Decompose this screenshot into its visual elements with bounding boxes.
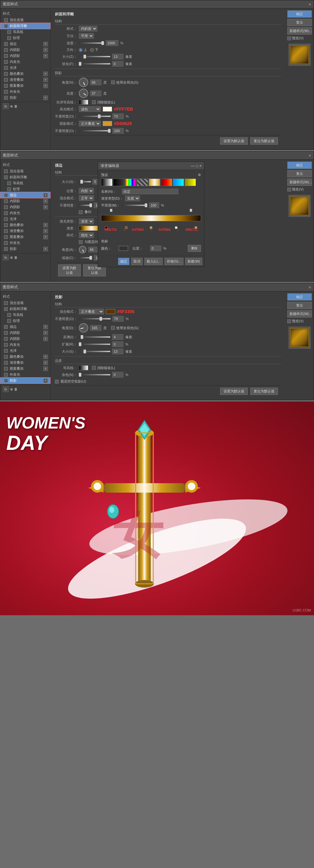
reset-btn3[interactable]: 复位 bbox=[287, 302, 312, 309]
cb-ds-anti-alias[interactable] bbox=[92, 366, 96, 370]
ge-color-swatch[interactable] bbox=[119, 246, 128, 251]
new-style-btn2[interactable]: 新建样式(W)... bbox=[287, 179, 312, 186]
shadow-color-swatch[interactable] bbox=[103, 121, 112, 126]
cb-color-overlay[interactable] bbox=[4, 72, 8, 76]
ge-minimize[interactable]: — bbox=[191, 164, 195, 168]
plus2-stroke[interactable]: + bbox=[43, 193, 48, 197]
sidebar1-bevel[interactable]: 斜面和浮雕 bbox=[0, 23, 50, 29]
dir-down-radio[interactable] bbox=[90, 48, 94, 52]
add-style-btn[interactable]: ⊕ bbox=[10, 104, 13, 108]
preset-transparent2[interactable] bbox=[137, 179, 148, 186]
cb2-pattern-overlay[interactable] bbox=[4, 235, 8, 239]
shadow-mode-select[interactable]: 正片叠底 bbox=[79, 121, 101, 126]
cb3-color-overlay[interactable] bbox=[4, 355, 8, 359]
sidebar3-sheen[interactable]: 光泽 bbox=[0, 348, 50, 354]
stroke-size-slider[interactable] bbox=[79, 181, 91, 182]
ge-cancel-btn[interactable]: 取消 bbox=[131, 258, 143, 265]
ds-angle-dial[interactable] bbox=[79, 323, 88, 333]
cb-stroke[interactable] bbox=[4, 42, 8, 46]
sidebar2-texture[interactable]: 纹理 bbox=[0, 186, 50, 192]
sidebar2-pattern-overlay[interactable]: 图案叠加 + bbox=[0, 234, 50, 240]
ds-noise-slider[interactable] bbox=[79, 374, 110, 375]
preset-blue[interactable] bbox=[173, 179, 184, 186]
preview-cb2[interactable] bbox=[287, 188, 291, 191]
plus2-pattern-overlay[interactable]: + bbox=[43, 235, 48, 239]
shadow-opacity-slider[interactable] bbox=[79, 130, 110, 131]
plus2-drop-shadow[interactable]: + bbox=[43, 247, 48, 251]
dialog3-close[interactable]: × bbox=[309, 285, 311, 289]
style2-select[interactable]: 线性 bbox=[79, 232, 94, 238]
cb-inner-glow[interactable] bbox=[4, 54, 8, 58]
reset-btn2[interactable]: 复位 bbox=[287, 170, 312, 177]
sidebar3-gradient-overlay[interactable]: 渐变叠加 + bbox=[0, 360, 50, 366]
plus-drop-shadow[interactable]: + bbox=[43, 96, 48, 100]
fx-button[interactable]: fx bbox=[3, 103, 9, 109]
ds-distance-slider[interactable] bbox=[79, 336, 110, 338]
dir-up-radio[interactable] bbox=[79, 48, 82, 52]
cb2-drop-shadow[interactable] bbox=[4, 247, 8, 251]
cb3-texture[interactable] bbox=[7, 319, 11, 323]
ok-btn3[interactable]: 确定 bbox=[287, 293, 312, 301]
new-style-btn3[interactable]: 新建样式(W)... bbox=[287, 310, 312, 317]
stroke-angle-dial[interactable] bbox=[79, 246, 86, 253]
cb-drop-shadow[interactable] bbox=[4, 96, 8, 100]
soften-slider[interactable] bbox=[79, 63, 110, 64]
ge-gear-icon[interactable]: ⚙ bbox=[198, 173, 201, 177]
ok-btn2[interactable]: 确定 bbox=[287, 162, 312, 169]
preview-checkbox1[interactable]: 预览(V) bbox=[287, 36, 312, 40]
sidebar1-contour[interactable]: 等高线 bbox=[0, 29, 50, 35]
plus2-inner-glow[interactable]: + bbox=[43, 205, 48, 209]
ds-noise-input[interactable] bbox=[112, 372, 124, 378]
ge-type-select[interactable]: 实底 bbox=[125, 195, 140, 201]
opacity-stop-1[interactable] bbox=[190, 209, 192, 212]
preview-cb1[interactable] bbox=[287, 36, 291, 40]
ds-size-input[interactable] bbox=[112, 349, 124, 354]
highlight-mode-select[interactable]: 滤色 bbox=[79, 106, 101, 112]
cb2-sheen[interactable] bbox=[4, 217, 8, 221]
plus2-gradient-overlay[interactable]: + bbox=[43, 229, 48, 233]
sidebar1-outer-glow[interactable]: 外发光 bbox=[0, 89, 50, 95]
ge-load-btn[interactable]: 载入(L)... bbox=[144, 258, 163, 265]
sidebar3-pattern-overlay[interactable]: 图案叠加 + bbox=[0, 366, 50, 372]
sidebar3-drop-shadow[interactable]: 投影 + bbox=[0, 378, 50, 383]
altitude-dial[interactable] bbox=[79, 89, 88, 98]
cb3-outer-glow[interactable] bbox=[4, 373, 8, 377]
sidebar2-bevel[interactable]: 斜面和浮雕 bbox=[0, 174, 50, 180]
sidebar1-color-overlay[interactable]: 颜色叠加 + bbox=[0, 71, 50, 77]
sidebar1-texture[interactable]: 纹理 bbox=[0, 35, 50, 41]
dialog1-close[interactable]: × bbox=[309, 2, 311, 7]
fill-type-select[interactable]: 渐变 bbox=[79, 218, 94, 224]
cb-outer-glow[interactable] bbox=[4, 90, 8, 94]
ds-spread-input[interactable] bbox=[112, 341, 124, 347]
cb-gradient-overlay[interactable] bbox=[4, 78, 8, 82]
cb3-inner-shadow[interactable] bbox=[4, 331, 8, 335]
sidebar3-outer-glow[interactable]: 外发光 bbox=[0, 372, 50, 378]
reset-btn1[interactable]: 复位 bbox=[287, 19, 312, 26]
cb2-blending[interactable] bbox=[4, 169, 8, 173]
sidebar1-gradient-overlay[interactable]: 渐变叠加 + bbox=[0, 77, 50, 83]
ge-close[interactable]: × bbox=[199, 164, 202, 168]
cb-overprint[interactable] bbox=[79, 210, 82, 214]
cb3-pattern-overlay[interactable] bbox=[4, 367, 8, 371]
cb-anti-alias[interactable] bbox=[92, 100, 96, 104]
cb3-blending[interactable] bbox=[4, 301, 8, 305]
preset-gold[interactable] bbox=[149, 179, 160, 186]
stroke-position-select[interactable]: 内部 bbox=[79, 188, 94, 194]
sidebar3-texture[interactable]: 纹理 bbox=[0, 318, 50, 324]
plus2-color-overlay[interactable]: + bbox=[43, 223, 48, 227]
ds-blend-select[interactable]: 正片叠底 bbox=[79, 309, 104, 314]
ds-distance-input[interactable] bbox=[112, 334, 124, 340]
set-default-btn2[interactable]: 设置为默认值 bbox=[58, 265, 81, 276]
fx-button3[interactable]: fx bbox=[3, 386, 9, 392]
cb2-outer-glow[interactable] bbox=[4, 241, 8, 245]
cb3-bevel[interactable] bbox=[4, 307, 8, 311]
dir-up[interactable]: 上 bbox=[79, 48, 87, 52]
sidebar2-blending[interactable]: 混合选项 bbox=[0, 168, 50, 174]
ds-angle-input[interactable] bbox=[90, 325, 101, 331]
cb-align[interactable] bbox=[79, 240, 82, 244]
sidebar2-color-overlay[interactable]: 颜色叠加 + bbox=[0, 222, 50, 228]
sidebar3-satin[interactable]: 内发光 bbox=[0, 342, 50, 348]
size-slider[interactable] bbox=[79, 56, 110, 57]
sidebar3-inner-shadow[interactable]: 内阴影 + bbox=[0, 330, 50, 336]
cb-global-light[interactable] bbox=[111, 81, 115, 84]
